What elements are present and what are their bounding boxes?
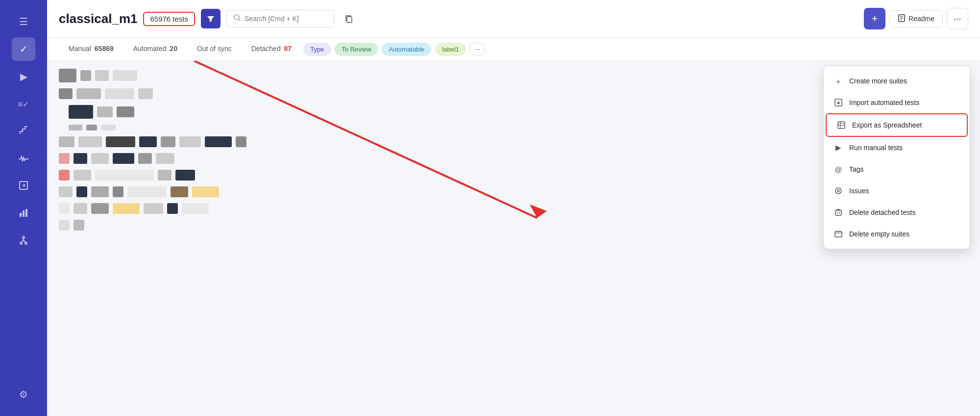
tab-detached[interactable]: Detached 87 — [242, 38, 301, 60]
block — [192, 186, 219, 197]
content-area: + Create more suites Import automated te… — [47, 61, 980, 416]
fork-icon — [19, 235, 28, 248]
svg-point-5 — [20, 242, 22, 244]
block — [59, 170, 70, 181]
block — [69, 125, 82, 130]
dropdown-item-delete-empty[interactable]: Delete empty suites — [824, 223, 970, 245]
block — [74, 153, 87, 164]
copy-button[interactable] — [340, 10, 358, 27]
dropdown-item-create-suites[interactable]: + Create more suites — [824, 70, 970, 92]
tab-manual-label: Manual — [69, 45, 91, 52]
svg-rect-13 — [835, 210, 841, 215]
block — [59, 203, 70, 214]
sidebar-icon-settings[interactable]: ⚙ — [12, 383, 35, 406]
delete-empty-icon — [833, 229, 843, 239]
hamburger-icon: ☰ — [19, 16, 28, 27]
add-button[interactable]: + — [864, 8, 885, 29]
block — [158, 170, 172, 181]
block — [138, 88, 153, 99]
tab-pill-type[interactable]: Type — [303, 43, 331, 56]
block — [105, 88, 134, 99]
block — [182, 203, 209, 214]
block — [127, 186, 167, 197]
block — [205, 136, 232, 147]
dropdown-item-run-tests[interactable]: ▶ Run manual tests — [824, 137, 970, 158]
block — [144, 203, 163, 214]
stairs-icon — [18, 125, 29, 138]
block — [59, 186, 73, 197]
block — [76, 186, 87, 197]
list-check-icon: ≡✓ — [18, 100, 29, 109]
dropdown-menu: + Create more suites Import automated te… — [823, 66, 970, 249]
sidebar-icon-chart[interactable] — [12, 202, 35, 226]
tab-detached-count: 87 — [284, 45, 292, 52]
dropdown-item-issues[interactable]: Issues — [824, 180, 970, 202]
block — [156, 153, 174, 164]
play-icon: ▶ — [20, 71, 27, 82]
tab-manual[interactable]: Manual 65869 — [59, 38, 123, 60]
sidebar-icon-play[interactable]: ▶ — [12, 65, 35, 88]
tab-pill-automatable[interactable]: Automatable — [382, 43, 431, 56]
export-icon — [19, 181, 28, 193]
block — [59, 69, 76, 82]
sidebar-icon-hamburger[interactable]: ☰ — [12, 10, 35, 33]
svg-rect-1 — [20, 213, 22, 217]
main-content: classical_m1 65976 tests + — [47, 0, 980, 416]
search-box — [226, 10, 334, 27]
issues-icon — [833, 186, 843, 196]
block — [76, 88, 101, 99]
sidebar-icon-activity[interactable] — [12, 147, 35, 171]
block — [175, 170, 195, 181]
sidebar-icon-stairs[interactable] — [12, 120, 35, 143]
dropdown-item-tags-label: Tags — [849, 165, 864, 173]
block — [91, 153, 109, 164]
svg-rect-11 — [838, 122, 845, 129]
sidebar-icon-fork[interactable] — [12, 230, 35, 253]
tabs-more-button[interactable]: ··· — [470, 43, 485, 55]
block — [86, 125, 97, 130]
filter-button[interactable] — [201, 9, 220, 28]
dropdown-item-import[interactable]: Import automated tests — [824, 92, 970, 113]
dropdown-item-run-label: Run manual tests — [849, 144, 903, 152]
chart-icon — [19, 208, 28, 220]
svg-point-6 — [25, 242, 27, 244]
tab-pill-label1[interactable]: label1 — [435, 43, 466, 56]
block — [97, 106, 113, 117]
spreadsheet-icon — [836, 120, 846, 130]
search-icon — [234, 14, 241, 23]
readme-icon — [898, 14, 906, 24]
block — [59, 136, 74, 147]
block — [139, 136, 157, 147]
block — [179, 136, 201, 147]
tab-out-of-sync[interactable]: Out of sync — [187, 38, 242, 60]
block — [91, 186, 109, 197]
header: classical_m1 65976 tests + — [47, 0, 980, 38]
block — [113, 186, 123, 197]
sidebar-icon-check[interactable]: ✓ — [12, 37, 35, 61]
header-actions: + Readme ··· — [864, 8, 968, 29]
sidebar-icon-export[interactable] — [12, 175, 35, 198]
dropdown-item-issues-label: Issues — [849, 187, 869, 195]
sidebar-icon-listcheck[interactable]: ≡✓ — [12, 92, 35, 116]
dropdown-item-tags[interactable]: @ Tags — [824, 158, 970, 180]
tab-pill-review[interactable]: To Review — [335, 43, 378, 56]
search-input[interactable] — [245, 15, 327, 23]
tabs-bar: Manual 65869 Automated 20 Out of sync De… — [47, 38, 980, 61]
plus-icon: + — [833, 76, 843, 86]
block — [74, 203, 87, 214]
dropdown-item-export-label: Export as Spreadsheet — [852, 121, 922, 129]
block — [171, 186, 188, 197]
more-button[interactable]: ··· — [947, 8, 968, 29]
dropdown-item-delete-empty-label: Delete empty suites — [849, 230, 909, 238]
tab-automated[interactable]: Automated 20 — [123, 38, 187, 60]
svg-rect-3 — [25, 209, 27, 217]
block — [95, 70, 109, 81]
tab-automated-label: Automated — [133, 45, 167, 52]
readme-button[interactable]: Readme — [889, 10, 943, 28]
block — [69, 105, 93, 119]
dropdown-item-import-label: Import automated tests — [849, 99, 919, 106]
dropdown-item-delete-detached[interactable]: Delete detached tests — [824, 202, 970, 223]
dropdown-item-export[interactable]: Export as Spreadsheet — [826, 113, 968, 137]
block — [59, 88, 73, 99]
block — [78, 136, 102, 147]
